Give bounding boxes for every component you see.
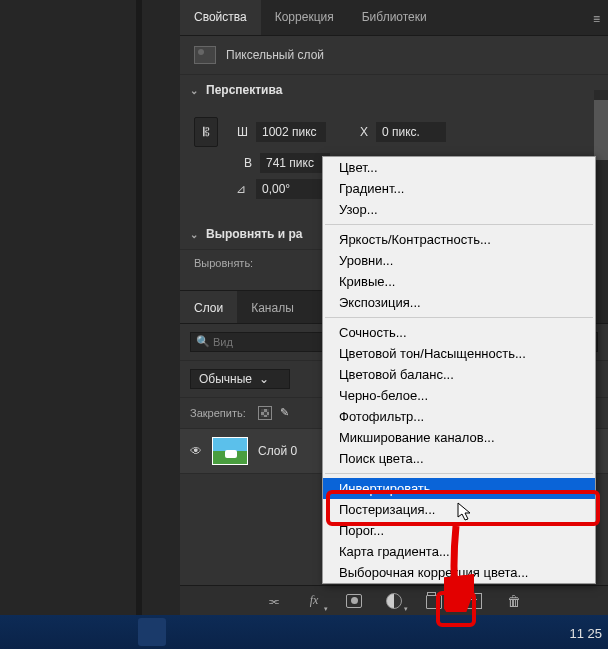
chevron-down-icon: ⌄ — [190, 229, 198, 240]
menu-item[interactable]: Постеризация... — [323, 499, 595, 520]
lock-transparency-icon[interactable] — [258, 406, 272, 420]
menu-item[interactable]: Узор... — [323, 199, 595, 220]
fx-icon[interactable]: fx▾ — [303, 591, 325, 611]
menu-item[interactable]: Сочность... — [323, 322, 595, 343]
tab-correction[interactable]: Коррекция — [261, 0, 348, 35]
lock-label: Закрепить: — [190, 407, 246, 419]
layer-type-row: Пиксельный слой — [180, 36, 608, 75]
adjustment-layer-icon[interactable]: ▾ — [383, 591, 405, 611]
align-title: Выровнять и ра — [206, 227, 303, 241]
align-label: Выровнять: — [194, 257, 253, 269]
perspective-title: Перспектива — [206, 83, 282, 97]
adjustment-context-menu: Цвет... Градиент... Узор... Яркость/Конт… — [322, 156, 596, 584]
menu-item[interactable]: Цветовой баланс... — [323, 364, 595, 385]
layers-bottom-bar: ⫘ fx▾ ▾ 🗑 — [180, 585, 608, 615]
search-icon: 🔍 — [196, 335, 210, 348]
layer-thumbnail[interactable] — [212, 437, 248, 465]
tab-channels[interactable]: Каналы — [237, 291, 308, 323]
layer-name-label[interactable]: Слой 0 — [258, 444, 297, 458]
width-label: Ш — [232, 125, 248, 139]
menu-item[interactable]: Яркость/Контрастность... — [323, 229, 595, 250]
angle-input[interactable]: 0,00° — [256, 179, 326, 199]
tab-libraries[interactable]: Библиотеки — [348, 0, 441, 35]
menu-item[interactable]: Выборочная коррекция цвета... — [323, 562, 595, 583]
height-label: В — [236, 156, 252, 170]
panel-menu-icon[interactable]: ≡ — [593, 12, 600, 26]
menu-item[interactable]: Фотофильтр... — [323, 406, 595, 427]
menu-item[interactable]: Черно-белое... — [323, 385, 595, 406]
tab-layers[interactable]: Слои — [180, 291, 237, 323]
tab-properties[interactable]: Свойства — [180, 0, 261, 35]
chevron-down-icon: ⌄ — [190, 85, 198, 96]
new-layer-icon[interactable] — [463, 591, 485, 611]
menu-item-invert[interactable]: Инвертировать — [323, 478, 595, 499]
link-layers-icon[interactable]: ⫘ — [263, 591, 285, 611]
lock-brush-icon[interactable]: ✎ — [280, 406, 289, 420]
delete-layer-icon[interactable]: 🗑 — [503, 591, 525, 611]
x-input[interactable]: 0 пикс. — [376, 122, 446, 142]
menu-item[interactable]: Экспозиция... — [323, 292, 595, 313]
layer-type-label: Пиксельный слой — [226, 48, 324, 62]
blend-mode-select[interactable]: Обычные ⌄ — [190, 369, 290, 389]
menu-item[interactable]: Уровни... — [323, 250, 595, 271]
angle-icon: ⊿ — [236, 182, 246, 196]
menu-item[interactable]: Цветовой тон/Насыщенность... — [323, 343, 595, 364]
link-dimensions-icon[interactable]: 𝄡 — [194, 117, 218, 147]
menu-item[interactable]: Карта градиента... — [323, 541, 595, 562]
x-label: X — [352, 125, 368, 139]
taskbar-clock: 11 25 — [569, 626, 602, 641]
width-input[interactable]: 1002 пикс — [256, 122, 326, 142]
scrollbar[interactable] — [594, 90, 608, 310]
menu-item[interactable]: Порог... — [323, 520, 595, 541]
windows-taskbar: 11 25 — [0, 615, 608, 649]
pixel-layer-icon — [194, 46, 216, 64]
menu-item[interactable]: Цвет... — [323, 157, 595, 178]
menu-item[interactable]: Поиск цвета... — [323, 448, 595, 469]
taskbar-app-icon[interactable] — [138, 618, 166, 646]
panel-tabs: Свойства Коррекция Библиотеки ≡ — [180, 0, 608, 36]
mask-icon[interactable] — [343, 591, 365, 611]
perspective-header[interactable]: ⌄ Перспектива — [180, 75, 608, 105]
visibility-eye-icon[interactable]: 👁 — [190, 444, 202, 458]
menu-item[interactable]: Градиент... — [323, 178, 595, 199]
height-input[interactable]: 741 пикс — [260, 153, 330, 173]
menu-item[interactable]: Микширование каналов... — [323, 427, 595, 448]
new-group-icon[interactable] — [423, 591, 445, 611]
menu-item[interactable]: Кривые... — [323, 271, 595, 292]
